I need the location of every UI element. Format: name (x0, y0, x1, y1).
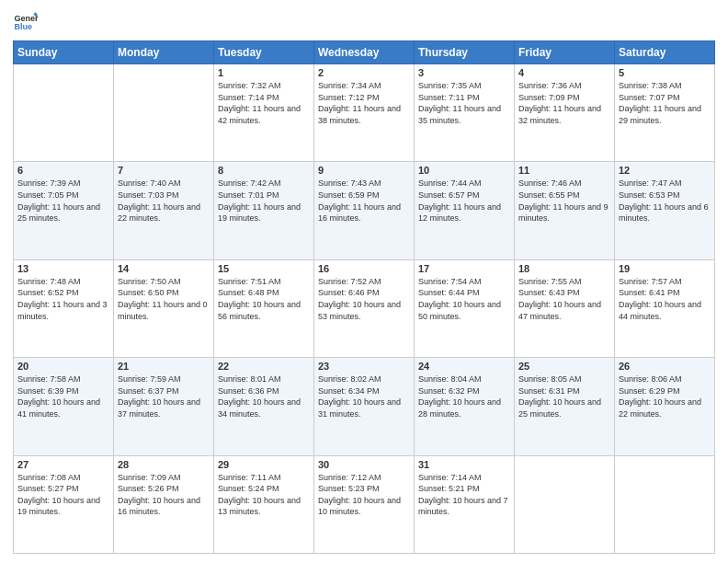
calendar-cell: 7Sunrise: 7:40 AM Sunset: 7:03 PM Daylig… (114, 162, 214, 259)
day-info: Sunrise: 7:58 AM Sunset: 6:39 PM Dayligh… (17, 373, 109, 419)
calendar-cell: 9Sunrise: 7:43 AM Sunset: 6:59 PM Daylig… (314, 162, 415, 259)
day-number: 23 (318, 361, 410, 372)
day-number: 15 (218, 263, 310, 274)
day-info: Sunrise: 7:11 AM Sunset: 5:24 PM Dayligh… (218, 472, 310, 518)
day-number: 5 (619, 67, 711, 78)
calendar-cell: 29Sunrise: 7:11 AM Sunset: 5:24 PM Dayli… (214, 455, 314, 553)
day-number: 12 (619, 165, 711, 176)
day-info: Sunrise: 7:38 AM Sunset: 7:07 PM Dayligh… (619, 80, 711, 126)
day-info: Sunrise: 7:35 AM Sunset: 7:11 PM Dayligh… (418, 80, 510, 126)
day-number: 31 (418, 459, 510, 470)
calendar-cell: 26Sunrise: 8:06 AM Sunset: 6:29 PM Dayli… (615, 358, 715, 455)
day-info: Sunrise: 7:40 AM Sunset: 7:03 PM Dayligh… (118, 178, 210, 224)
day-number: 18 (518, 263, 610, 274)
day-number: 2 (318, 67, 410, 78)
day-number: 20 (17, 361, 109, 372)
calendar-cell: 27Sunrise: 7:08 AM Sunset: 5:27 PM Dayli… (14, 455, 114, 553)
day-info: Sunrise: 7:12 AM Sunset: 5:23 PM Dayligh… (318, 472, 410, 518)
calendar-body: 1Sunrise: 7:32 AM Sunset: 7:14 PM Daylig… (14, 64, 715, 554)
calendar-cell: 18Sunrise: 7:55 AM Sunset: 6:43 PM Dayli… (515, 259, 615, 357)
day-number: 29 (218, 459, 310, 470)
day-info: Sunrise: 8:05 AM Sunset: 6:31 PM Dayligh… (518, 373, 610, 419)
day-number: 3 (418, 67, 510, 78)
day-info: Sunrise: 8:02 AM Sunset: 6:34 PM Dayligh… (318, 373, 410, 419)
day-number: 30 (318, 459, 410, 470)
day-info: Sunrise: 7:46 AM Sunset: 6:55 PM Dayligh… (518, 178, 610, 224)
day-info: Sunrise: 7:14 AM Sunset: 5:21 PM Dayligh… (418, 472, 510, 518)
calendar-cell: 20Sunrise: 7:58 AM Sunset: 6:39 PM Dayli… (14, 358, 114, 455)
calendar-cell: 5Sunrise: 7:38 AM Sunset: 7:07 PM Daylig… (615, 64, 715, 162)
day-number: 24 (418, 361, 510, 372)
calendar-cell: 28Sunrise: 7:09 AM Sunset: 5:26 PM Dayli… (114, 455, 214, 553)
day-number: 4 (518, 67, 610, 78)
calendar-cell: 19Sunrise: 7:57 AM Sunset: 6:41 PM Dayli… (615, 259, 715, 357)
calendar-cell: 1Sunrise: 7:32 AM Sunset: 7:14 PM Daylig… (214, 64, 314, 162)
calendar-week-4: 20Sunrise: 7:58 AM Sunset: 6:39 PM Dayli… (14, 358, 715, 455)
calendar-cell (615, 455, 715, 553)
day-info: Sunrise: 7:08 AM Sunset: 5:27 PM Dayligh… (17, 472, 109, 518)
day-number: 19 (619, 263, 711, 274)
calendar-cell: 24Sunrise: 8:04 AM Sunset: 6:32 PM Dayli… (415, 358, 515, 455)
calendar-cell: 30Sunrise: 7:12 AM Sunset: 5:23 PM Dayli… (314, 455, 415, 553)
day-number: 13 (17, 263, 109, 274)
day-number: 8 (218, 165, 310, 176)
calendar-cell: 31Sunrise: 7:14 AM Sunset: 5:21 PM Dayli… (415, 455, 515, 553)
day-info: Sunrise: 7:57 AM Sunset: 6:41 PM Dayligh… (619, 276, 711, 322)
calendar-cell: 14Sunrise: 7:50 AM Sunset: 6:50 PM Dayli… (114, 259, 214, 357)
calendar-cell: 8Sunrise: 7:42 AM Sunset: 7:01 PM Daylig… (214, 162, 314, 259)
day-info: Sunrise: 7:09 AM Sunset: 5:26 PM Dayligh… (118, 472, 210, 518)
day-info: Sunrise: 8:06 AM Sunset: 6:29 PM Dayligh… (619, 373, 711, 419)
logo-icon: General Blue (13, 9, 39, 35)
day-info: Sunrise: 7:32 AM Sunset: 7:14 PM Dayligh… (218, 80, 310, 126)
svg-text:Blue: Blue (14, 22, 32, 31)
day-info: Sunrise: 7:55 AM Sunset: 6:43 PM Dayligh… (518, 276, 610, 322)
day-number: 22 (218, 361, 310, 372)
day-number: 28 (118, 459, 210, 470)
calendar-cell: 15Sunrise: 7:51 AM Sunset: 6:48 PM Dayli… (214, 259, 314, 357)
day-number: 21 (118, 361, 210, 372)
day-info: Sunrise: 7:34 AM Sunset: 7:12 PM Dayligh… (318, 80, 410, 126)
calendar-week-1: 1Sunrise: 7:32 AM Sunset: 7:14 PM Daylig… (14, 64, 715, 162)
calendar-week-2: 6Sunrise: 7:39 AM Sunset: 7:05 PM Daylig… (14, 162, 715, 259)
day-number: 17 (418, 263, 510, 274)
day-number: 27 (17, 459, 109, 470)
calendar-cell: 16Sunrise: 7:52 AM Sunset: 6:46 PM Dayli… (314, 259, 415, 357)
day-number: 9 (318, 165, 410, 176)
calendar-cell: 23Sunrise: 8:02 AM Sunset: 6:34 PM Dayli… (314, 358, 415, 455)
day-number: 6 (17, 165, 109, 176)
day-number: 11 (518, 165, 610, 176)
day-header-thursday: Thursday (415, 41, 515, 64)
day-header-tuesday: Tuesday (214, 41, 314, 64)
day-info: Sunrise: 7:50 AM Sunset: 6:50 PM Dayligh… (118, 276, 210, 322)
day-number: 16 (318, 263, 410, 274)
day-header-sunday: Sunday (14, 41, 114, 64)
calendar-cell: 22Sunrise: 8:01 AM Sunset: 6:36 PM Dayli… (214, 358, 314, 455)
day-number: 26 (619, 361, 711, 372)
day-info: Sunrise: 8:04 AM Sunset: 6:32 PM Dayligh… (418, 373, 510, 419)
calendar-header-row: SundayMondayTuesdayWednesdayThursdayFrid… (14, 41, 715, 64)
calendar-cell: 2Sunrise: 7:34 AM Sunset: 7:12 PM Daylig… (314, 64, 415, 162)
day-info: Sunrise: 7:48 AM Sunset: 6:52 PM Dayligh… (17, 276, 109, 322)
calendar-cell: 25Sunrise: 8:05 AM Sunset: 6:31 PM Dayli… (515, 358, 615, 455)
day-info: Sunrise: 7:59 AM Sunset: 6:37 PM Dayligh… (118, 373, 210, 419)
day-header-wednesday: Wednesday (314, 41, 415, 64)
day-info: Sunrise: 7:52 AM Sunset: 6:46 PM Dayligh… (318, 276, 410, 322)
calendar-cell: 21Sunrise: 7:59 AM Sunset: 6:37 PM Dayli… (114, 358, 214, 455)
day-info: Sunrise: 7:44 AM Sunset: 6:57 PM Dayligh… (418, 178, 510, 224)
day-info: Sunrise: 7:51 AM Sunset: 6:48 PM Dayligh… (218, 276, 310, 322)
calendar-cell: 13Sunrise: 7:48 AM Sunset: 6:52 PM Dayli… (14, 259, 114, 357)
calendar-cell (14, 64, 114, 162)
day-number: 14 (118, 263, 210, 274)
calendar-week-3: 13Sunrise: 7:48 AM Sunset: 6:52 PM Dayli… (14, 259, 715, 357)
calendar-cell: 4Sunrise: 7:36 AM Sunset: 7:09 PM Daylig… (515, 64, 615, 162)
calendar-cell (114, 64, 214, 162)
day-number: 25 (518, 361, 610, 372)
day-header-saturday: Saturday (615, 41, 715, 64)
day-info: Sunrise: 7:39 AM Sunset: 7:05 PM Dayligh… (17, 178, 109, 224)
calendar-cell: 3Sunrise: 7:35 AM Sunset: 7:11 PM Daylig… (415, 64, 515, 162)
day-info: Sunrise: 7:42 AM Sunset: 7:01 PM Dayligh… (218, 178, 310, 224)
day-number: 1 (218, 67, 310, 78)
day-number: 10 (418, 165, 510, 176)
day-info: Sunrise: 7:54 AM Sunset: 6:44 PM Dayligh… (418, 276, 510, 322)
calendar-cell (515, 455, 615, 553)
